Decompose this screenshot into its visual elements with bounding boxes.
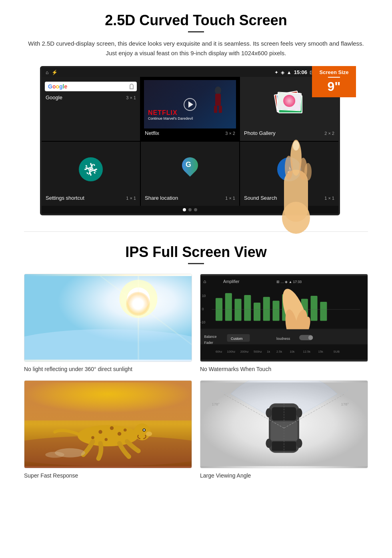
- google-logo: Google: [48, 83, 67, 90]
- svg-rect-42: [273, 301, 280, 321]
- netflix-play-button[interactable]: [184, 98, 196, 111]
- svg-rect-13: [86, 172, 89, 174]
- section1-desc: With 2.5D curved-display screen, this de…: [24, 39, 368, 58]
- netflix-continue-text: Continue Marvel's Daredevil: [148, 116, 193, 120]
- share-app-size: 1 × 1: [225, 196, 235, 201]
- car-svg: 178° 178°: [200, 381, 368, 468]
- svg-point-78: [110, 426, 114, 430]
- svg-point-60: [308, 335, 313, 340]
- netflix-app-cell[interactable]: NETFLIX Continue Marvel's Daredevil Netf…: [141, 77, 239, 141]
- gallery-app-name: Photo Gallery: [244, 130, 276, 136]
- svg-rect-12: [93, 164, 96, 166]
- svg-text:178°: 178°: [212, 402, 220, 406]
- svg-rect-6: [90, 163, 92, 165]
- maps-letter: G: [186, 161, 191, 169]
- svg-text:100hz: 100hz: [227, 350, 236, 353]
- daredevil-figure: [212, 86, 224, 114]
- sound-app-size: 1 × 1: [324, 196, 334, 201]
- feature-watermark: ⌂ Amplifier ⊞ … ◈ ▲ 17:33 10 0 -10: [200, 274, 368, 372]
- google-search-bar[interactable]: Google: [45, 82, 137, 91]
- netflix-logo: NETFLIX Continue Marvel's Daredevil: [148, 109, 193, 120]
- svg-text:12.5k: 12.5k: [303, 350, 311, 353]
- google-app-name: Google: [46, 94, 62, 100]
- svg-text:500hz: 500hz: [254, 350, 262, 353]
- sunlight-image: [24, 274, 192, 362]
- cheetah-visual: [24, 381, 192, 468]
- badge-label: Screen Size: [315, 69, 353, 75]
- google-app-cell[interactable]: Google Google 3 × 1: [42, 77, 140, 141]
- netflix-preview: NETFLIX Continue Marvel's Daredevil: [144, 80, 236, 128]
- gear-icon: [84, 163, 97, 176]
- svg-rect-3: [219, 106, 222, 113]
- amplifier-visual: ⌂ Amplifier ⊞ … ◈ ▲ 17:33 10 0 -10: [200, 274, 368, 361]
- google-mic-icon[interactable]: [130, 84, 134, 89]
- usb-icon: ⚡: [52, 70, 58, 75]
- nav-dot-3[interactable]: [194, 208, 197, 211]
- svg-text:2.5k: 2.5k: [276, 350, 282, 353]
- nav-dot-2[interactable]: [188, 208, 192, 211]
- car-caption: Large Viewing Angle: [200, 472, 368, 479]
- svg-rect-1: [215, 94, 221, 106]
- svg-point-26: [24, 329, 192, 362]
- amplifier-svg: ⌂ Amplifier ⊞ … ◈ ▲ 17:33 10 0 -10: [200, 274, 368, 361]
- screen-size-badge: Screen Size 9": [312, 66, 356, 97]
- section1-title: 2.5D Curved Touch Screen: [24, 12, 368, 29]
- google-app-size: 3 × 1: [126, 95, 136, 100]
- settings-app-size: 1 × 1: [126, 196, 136, 201]
- svg-point-96: [296, 439, 302, 448]
- svg-point-0: [215, 86, 221, 94]
- bottom-nav: [42, 206, 338, 214]
- features-grid: No light reflecting under 360° direct su…: [24, 274, 368, 479]
- svg-text:Custom: Custom: [231, 337, 242, 341]
- sunlight-visual: [24, 274, 192, 361]
- home-icon[interactable]: ⌂: [46, 70, 48, 75]
- share-location-cell[interactable]: G Share location 1 × 1: [141, 142, 239, 206]
- netflix-logo-text: NETFLIX: [148, 109, 178, 116]
- flower-icon: [283, 94, 296, 107]
- settings-app-cell[interactable]: Settings shortcut 1 × 1: [42, 142, 140, 206]
- section2-title: IPS Full Screen View: [24, 244, 368, 261]
- location-icon: ◈: [281, 70, 284, 75]
- sound-search-cell[interactable]: ♪ Sound Search 1 × 1: [240, 142, 338, 206]
- svg-text:loudness: loudness: [276, 337, 290, 341]
- svg-point-80: [104, 438, 108, 441]
- svg-text:60hz: 60hz: [216, 350, 222, 353]
- badge-divider: [328, 77, 340, 78]
- bluetooth-icon: ✦: [274, 70, 278, 75]
- svg-text:0: 0: [202, 307, 204, 311]
- screen-container: Screen Size 9" ⌂ ⚡ ✦ ◈ ▲ 15:06 ⊡ ◁) ⊠: [40, 66, 352, 215]
- svg-rect-9: [95, 169, 97, 170]
- watermark-image: ⌂ Amplifier ⊞ … ◈ ▲ 17:33 10 0 -10: [200, 274, 368, 362]
- status-bar: ⌂ ⚡ ✦ ◈ ▲ 15:06 ⊡ ◁) ⊠ ▭: [42, 68, 338, 77]
- maps-icon: G: [180, 157, 200, 181]
- status-left: ⌂ ⚡: [46, 70, 58, 75]
- ips-title-underline: [188, 263, 204, 264]
- svg-point-85: [146, 432, 152, 436]
- page-wrapper: 2.5D Curved Touch Screen With 2.5D curve…: [0, 0, 392, 491]
- cheetah-svg: [24, 381, 192, 468]
- svg-rect-10: [85, 165, 88, 167]
- svg-rect-11: [94, 171, 96, 174]
- sunlight-caption: No light reflecting under 360° direct su…: [24, 366, 192, 372]
- svg-rect-61: [200, 345, 368, 360]
- svg-point-93: [266, 408, 272, 417]
- share-preview: G: [144, 145, 236, 193]
- svg-rect-46: [311, 296, 318, 321]
- svg-rect-73: [24, 383, 192, 421]
- svg-point-5: [90, 168, 92, 171]
- photo-stack: [275, 90, 303, 118]
- svg-rect-38: [235, 299, 242, 321]
- svg-point-82: [91, 436, 94, 439]
- settings-icon-bg: [79, 157, 103, 181]
- car-visual: 178° 178°: [200, 381, 368, 468]
- svg-point-84: [143, 429, 145, 431]
- status-time: 15:06: [294, 69, 307, 75]
- play-triangle-icon: [188, 101, 193, 108]
- svg-rect-2: [214, 106, 217, 113]
- svg-text:⌂: ⌂: [204, 279, 206, 284]
- svg-text:200hz: 200hz: [240, 350, 249, 353]
- nav-dot-1[interactable]: [183, 208, 186, 211]
- feature-sunlight: No light reflecting under 360° direct su…: [24, 274, 192, 372]
- photo-card-4: [277, 92, 302, 111]
- netflix-app-name: Netflix: [145, 130, 159, 136]
